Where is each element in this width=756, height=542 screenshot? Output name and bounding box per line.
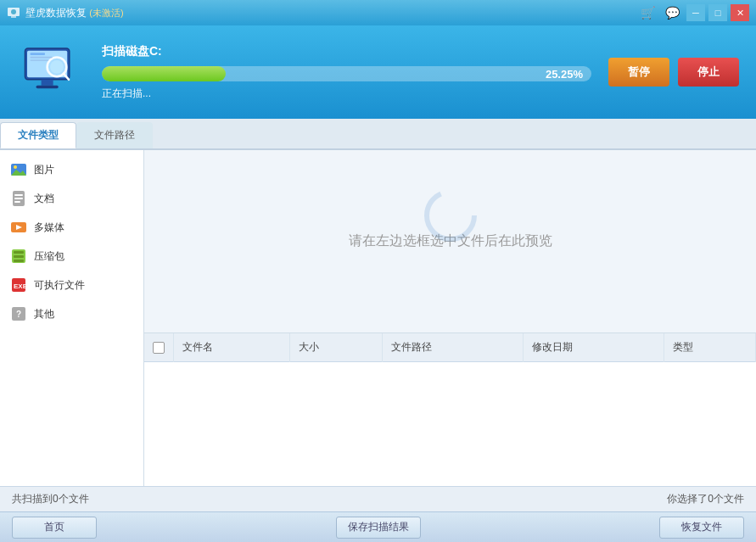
- th-filepath: 文件路径: [382, 333, 523, 362]
- svg-text:?: ?: [16, 310, 21, 319]
- svg-point-2: [11, 9, 16, 14]
- header-area: 扫描磁盘C: 25.25% 正在扫描... 暂停 停止: [0, 25, 756, 119]
- footer-right: 恢复文件: [659, 517, 744, 539]
- th-date: 修改日期: [523, 333, 664, 362]
- other-icon: ?: [10, 305, 27, 322]
- tab-file-path[interactable]: 文件路径: [76, 122, 153, 148]
- svg-point-8: [50, 60, 64, 74]
- scanned-count: 共扫描到0个文件: [12, 492, 89, 506]
- tabs-bar: 文件类型 文件路径: [0, 119, 756, 150]
- file-table: 文件名 大小 文件路径 修改日期 类型: [144, 333, 756, 362]
- home-button[interactable]: 首页: [12, 517, 97, 539]
- th-size: 大小: [290, 333, 382, 362]
- chat-icon[interactable]: 💬: [662, 4, 683, 21]
- svg-rect-11: [31, 57, 53, 59]
- svg-rect-24: [14, 255, 24, 258]
- sidebar-item-images[interactable]: 图片: [0, 155, 143, 184]
- svg-point-14: [14, 165, 17, 169]
- main-area: 文件类型 文件路径 图片: [0, 119, 756, 486]
- progress-bar-container: 25.25%: [102, 66, 591, 81]
- scan-label: 扫描磁盘C:: [102, 44, 591, 59]
- select-all-checkbox[interactable]: [153, 342, 165, 354]
- sidebar-item-other[interactable]: ? 其他: [0, 299, 143, 328]
- sidebar-label-images: 图片: [34, 163, 54, 177]
- svg-point-30: [427, 192, 474, 239]
- th-type: 类型: [664, 333, 755, 362]
- pause-button[interactable]: 暂停: [608, 58, 669, 87]
- progress-bar-fill: [102, 66, 226, 81]
- th-checkbox[interactable]: [144, 333, 174, 362]
- status-bar: 共扫描到0个文件 你选择了0个文件: [0, 486, 756, 511]
- sidebar-label-archive: 压缩包: [34, 249, 64, 264]
- svg-rect-17: [14, 194, 23, 196]
- maximize-button[interactable]: □: [708, 4, 727, 21]
- svg-rect-10: [31, 53, 46, 55]
- exe-icon: EXE: [10, 277, 27, 293]
- save-scan-button[interactable]: 保存扫描结果: [336, 517, 421, 539]
- svg-text:EXE: EXE: [14, 282, 27, 290]
- archive-icon: [10, 248, 27, 265]
- svg-rect-1: [11, 16, 16, 18]
- th-filename: 文件名: [174, 333, 290, 362]
- close-button[interactable]: ✕: [731, 4, 749, 21]
- right-panel: 请在左边选框选中文件后在此预览 文件名 大小 文件路径 修改日期: [144, 150, 756, 486]
- progress-percent: 25.25%: [546, 67, 583, 80]
- header-info: 扫描磁盘C: 25.25% 正在扫描...: [102, 44, 591, 101]
- titlebar-title: 壁虎数据恢复 (未激活): [25, 6, 124, 20]
- svg-rect-19: [14, 201, 20, 203]
- activation-status: (未激活): [89, 8, 123, 18]
- image-icon: [10, 161, 27, 178]
- recover-button[interactable]: 恢复文件: [659, 517, 744, 539]
- sidebar-label-media: 多媒体: [34, 221, 64, 235]
- scan-status: 正在扫描...: [102, 87, 591, 101]
- monitor-svg: [21, 42, 81, 102]
- document-icon: [10, 190, 27, 207]
- sidebar-item-exe[interactable]: EXE 可执行文件: [0, 271, 143, 299]
- app-name: 壁虎数据恢复: [25, 7, 87, 19]
- svg-rect-12: [31, 59, 49, 61]
- loading-spinner: [421, 186, 480, 245]
- footer-bar: 首页 保存扫描结果 恢复文件: [0, 511, 756, 542]
- media-icon: [10, 219, 27, 236]
- titlebar-left: 壁虎数据恢复 (未激活): [7, 6, 124, 20]
- stop-button[interactable]: 停止: [678, 58, 739, 87]
- header-buttons: 暂停 停止: [608, 58, 739, 87]
- svg-rect-18: [14, 198, 23, 199]
- minimize-button[interactable]: ─: [686, 4, 705, 21]
- sidebar-label-other: 其他: [34, 307, 54, 321]
- sidebar-item-media[interactable]: 多媒体: [0, 213, 143, 242]
- sidebar-label-docs: 文档: [34, 192, 54, 206]
- sidebar-item-docs[interactable]: 文档: [0, 184, 143, 213]
- titlebar-controls: 🛒 💬 ─ □ ✕: [637, 4, 749, 21]
- sidebar-label-exe: 可执行文件: [34, 278, 85, 293]
- cart-icon[interactable]: 🛒: [637, 4, 658, 21]
- svg-rect-5: [42, 80, 53, 86]
- svg-rect-23: [14, 251, 24, 254]
- titlebar: 壁虎数据恢复 (未激活) 🛒 💬 ─ □ ✕: [0, 0, 756, 25]
- preview-area: 请在左边选框选中文件后在此预览: [144, 150, 756, 333]
- sidebar: 图片 文档: [0, 150, 144, 486]
- app-logo: [17, 38, 85, 106]
- svg-rect-6: [36, 86, 59, 89]
- file-table-area: 文件名 大小 文件路径 修改日期 类型: [144, 333, 756, 486]
- selected-count: 你选择了0个文件: [667, 492, 744, 506]
- svg-rect-25: [14, 260, 24, 262]
- table-header-row: 文件名 大小 文件路径 修改日期 类型: [144, 333, 756, 362]
- content-split: 图片 文档: [0, 150, 756, 486]
- app-icon: [7, 6, 20, 20]
- sidebar-item-archive[interactable]: 压缩包: [0, 242, 143, 271]
- tab-file-type[interactable]: 文件类型: [0, 122, 76, 148]
- preview-content: 请在左边选框选中文件后在此预览: [349, 232, 552, 250]
